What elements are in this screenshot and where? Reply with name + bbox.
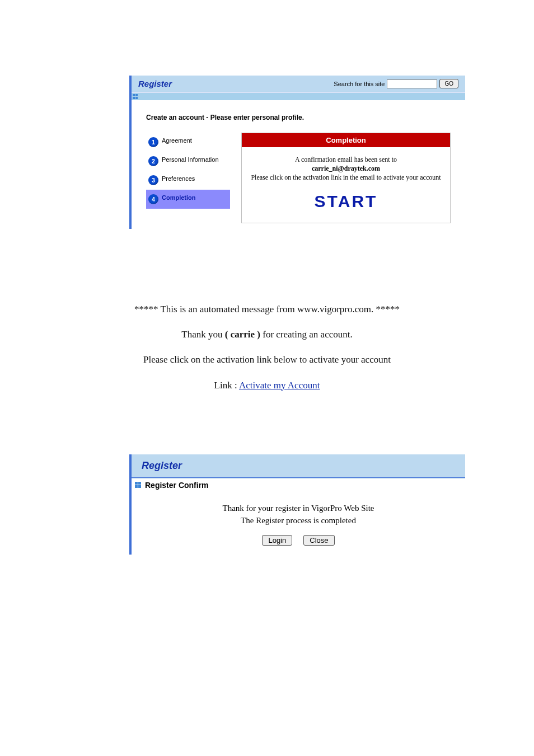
step-label: Preferences: [162, 175, 195, 182]
email-link-line: Link : Activate my Account: [0, 378, 534, 393]
confirmation-line1: A confirmation email has been sent to: [249, 155, 443, 164]
step-label: Personal Information: [162, 156, 219, 163]
thanks-suffix: for creating an account.: [263, 329, 352, 340]
panel1-subbar: [132, 92, 465, 100]
step-completion[interactable]: 4 Completion: [146, 190, 230, 209]
thanks-username: ( carrie ): [225, 329, 260, 340]
svg-rect-3: [135, 97, 138, 99]
completion-main: Completion A confirmation email has been…: [241, 133, 451, 223]
automated-email-block: ***** This is an automated message from …: [0, 302, 534, 393]
confirmation-line2: Please click on the activation link in t…: [249, 173, 443, 182]
svg-rect-0: [133, 94, 135, 96]
confirm-line1: Thank for your register in VigorPro Web …: [132, 502, 465, 515]
search-go-button[interactable]: GO: [439, 79, 458, 88]
panel2-header: Register: [132, 454, 465, 478]
panel2-title: Register: [142, 460, 182, 471]
activate-account-link[interactable]: Activate my Account: [239, 380, 320, 391]
grid-marker-icon: [133, 94, 138, 100]
start-button[interactable]: START: [249, 190, 443, 213]
register-confirm-panel: Register Register Confirm Thank for your…: [129, 454, 465, 555]
create-account-instruction: Create an account - Please enter persona…: [146, 114, 451, 121]
svg-rect-2: [133, 97, 135, 99]
completion-heading: Completion: [242, 133, 450, 147]
svg-rect-5: [138, 482, 141, 485]
wizard-steps: 1 Agreement 2 Personal Information 3 Pre…: [146, 133, 230, 209]
link-label: Link :: [214, 380, 237, 391]
panel2-subheading: Register Confirm: [145, 481, 209, 490]
svg-rect-4: [135, 482, 138, 485]
panel1-header: Register Search for this site GO: [132, 76, 465, 92]
svg-rect-7: [138, 485, 141, 488]
panel1-title: Register: [138, 79, 172, 88]
login-button[interactable]: Login: [262, 535, 292, 546]
step-number-icon: 2: [148, 156, 158, 166]
thanks-prefix: Thank you: [181, 329, 222, 340]
email-instruction-line: Please click on the activation link belo…: [0, 352, 534, 367]
search-label: Search for this site: [334, 81, 385, 87]
grid-marker-icon: [135, 482, 142, 489]
step-agreement[interactable]: 1 Agreement: [146, 133, 230, 152]
svg-rect-1: [135, 94, 138, 96]
close-button[interactable]: Close: [303, 535, 334, 546]
step-number-icon: 1: [148, 137, 158, 147]
search-input[interactable]: [387, 79, 437, 88]
step-label: Completion: [162, 194, 196, 201]
email-thanks-line: Thank you ( carrie ) for creating an acc…: [0, 327, 534, 342]
email-header-line: ***** This is an automated message from …: [0, 302, 534, 317]
register-completion-panel: Register Search for this site GO Create …: [129, 76, 465, 229]
site-search: Search for this site GO: [334, 79, 458, 88]
svg-rect-6: [135, 485, 138, 488]
confirm-line2: The Register process is completed: [132, 514, 465, 527]
step-number-icon: 4: [148, 194, 158, 204]
step-number-icon: 3: [148, 175, 158, 185]
panel2-subheader: Register Confirm: [132, 478, 465, 492]
confirmation-email: carrie_ni@draytek.com: [249, 164, 443, 173]
step-personal-information[interactable]: 2 Personal Information: [146, 152, 230, 171]
step-label: Agreement: [162, 137, 192, 144]
step-preferences[interactable]: 3 Preferences: [146, 171, 230, 190]
